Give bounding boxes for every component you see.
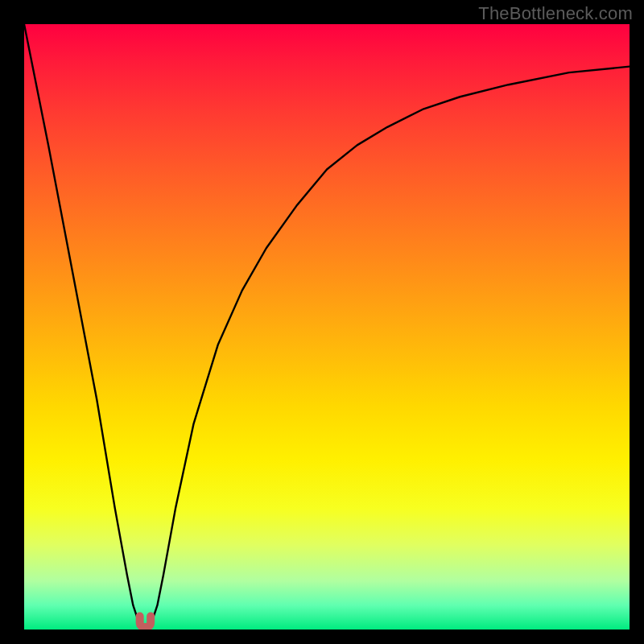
plot-area <box>24 24 630 630</box>
chart-frame: TheBottleneck.com <box>0 0 644 644</box>
optimum-marker <box>24 24 630 630</box>
watermark-text: TheBottleneck.com <box>478 3 633 24</box>
